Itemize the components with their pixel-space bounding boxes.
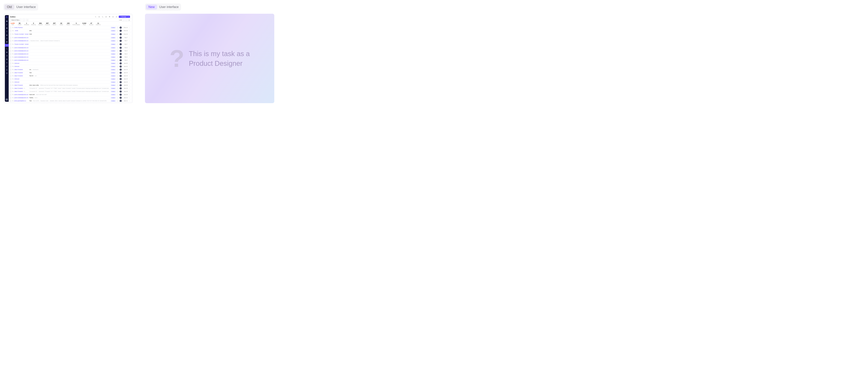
step-indicator-icon[interactable]: ○: [117, 27, 119, 28]
step-indicator-icon[interactable]: ○: [117, 30, 119, 32]
owner-avatar[interactable]: JK: [120, 65, 122, 67]
recipient[interactable]: Dmitry Ryzhkov: [14, 27, 23, 28]
owner-avatar[interactable]: JK: [120, 94, 122, 96]
row-menu-icon[interactable]: ⋮: [129, 30, 130, 31]
row-checkbox[interactable]: [10, 43, 11, 45]
stat-item[interactable]: 0Positive Replies: [72, 22, 80, 25]
step-indicator-icon[interactable]: ○: [117, 97, 119, 99]
row-checkbox[interactable]: [10, 72, 11, 73]
row-menu-icon[interactable]: ⋮: [129, 40, 130, 41]
table-row[interactable]: To:pavel.smejkal@gmail.com+ 1Drafted○JKF…: [9, 46, 131, 49]
owner-avatar[interactable]: JK: [120, 50, 122, 52]
owner-avatar[interactable]: JK: [120, 47, 122, 49]
row-checkbox[interactable]: [10, 78, 11, 80]
owner-avatar[interactable]: JK: [120, 100, 122, 102]
stat-item[interactable]: 11Opted Out: [96, 22, 101, 25]
owner-avatar[interactable]: JK: [120, 37, 122, 39]
row-checkbox[interactable]: [10, 63, 11, 64]
table-row[interactable]: To:pavel.smejkal@gmail.comtrack both- tr…: [9, 93, 131, 96]
row-menu-icon[interactable]: ⋮: [129, 69, 130, 70]
row-menu-icon[interactable]: ⋮: [129, 88, 130, 89]
nav-inbox-icon[interactable]: [5, 40, 9, 43]
nav-dollar-icon[interactable]: [5, 30, 9, 33]
export-icon[interactable]: ⇲: [128, 19, 130, 21]
stat-item[interactable]: 55Drafted: [17, 22, 22, 25]
table-row[interactable]: To:Dmitry RyzhkovDrafted○JKFeb 14⋮: [9, 26, 131, 29]
recipient[interactable]: pavel.smejkal@gmail.com: [14, 60, 28, 61]
step-indicator-icon[interactable]: ○: [117, 100, 119, 102]
stat-item[interactable]: 3,342Failed: [82, 22, 87, 25]
owner-avatar[interactable]: JK: [120, 62, 122, 64]
row-checkbox[interactable]: [10, 66, 11, 67]
row-menu-icon[interactable]: ⋮: [129, 56, 130, 58]
table-row[interactable]: To:Jakub Tomanek+ 1{"prospects":[{"__typ…: [9, 90, 131, 93]
table-row[interactable]: To:pavel.smejkal@gmail.com+ 1Drafted○JKF…: [9, 56, 131, 59]
row-checkbox[interactable]: [10, 33, 11, 35]
step-indicator-icon[interactable]: ○: [117, 59, 119, 61]
nav-calendar-icon[interactable]: [5, 33, 9, 36]
table-row[interactable]: To:UnknownDrafted○JKJan 22⋮: [9, 65, 131, 68]
help-icon[interactable]: [98, 16, 100, 18]
recipient[interactable]: Jakub Tomanek: [14, 69, 23, 70]
stat-item[interactable]: 4,429Total: [10, 22, 15, 25]
row-menu-icon[interactable]: ⋮: [129, 81, 130, 83]
row-checkbox[interactable]: [10, 37, 11, 38]
row-checkbox[interactable]: [10, 47, 11, 49]
owner-avatar[interactable]: JK: [120, 43, 122, 45]
recipient[interactable]: Unknown: [14, 82, 19, 83]
row-checkbox[interactable]: [10, 85, 11, 86]
row-menu-icon[interactable]: ⋮: [129, 75, 130, 77]
table-row[interactable]: To:pavel.smejkal@gmail.com+ 1Drafted○JKF…: [9, 49, 131, 53]
stat-item[interactable]: 0Delivering: [31, 22, 36, 25]
mail-icon[interactable]: [105, 16, 107, 18]
table-row[interactable]: To:UnknownDrafted○JKJan 22⋮: [9, 62, 131, 65]
row-menu-icon[interactable]: ⋮: [129, 27, 130, 28]
row-menu-icon[interactable]: ⋮: [129, 37, 130, 38]
recipient[interactable]: Unknown: [14, 66, 19, 67]
row-menu-icon[interactable]: ⋮: [129, 47, 130, 49]
recipient[interactable]: Jakub Tomanek: [14, 91, 23, 92]
row-checkbox[interactable]: [10, 60, 11, 61]
table-row[interactable]: To:"Dmytro Korlotian" <dmytro.korlotian@…: [9, 32, 131, 36]
stat-item[interactable]: 297Opened: [52, 22, 57, 25]
row-menu-icon[interactable]: ⋮: [129, 59, 130, 61]
owner-avatar[interactable]: JK: [120, 90, 122, 93]
nav-grid-icon[interactable]: [5, 72, 9, 74]
recipient[interactable]: Unknown: [14, 63, 19, 64]
step-indicator-icon[interactable]: ○: [117, 78, 119, 80]
chevron-down-icon[interactable]: ▾: [127, 16, 129, 18]
recipient[interactable]: Jakub Tomanek: [14, 75, 23, 77]
owner-avatar[interactable]: JK: [120, 59, 122, 61]
owner-avatar[interactable]: JK: [120, 40, 122, 42]
nav-chart-icon[interactable]: [5, 65, 9, 67]
recipient[interactable]: pavel.smejkal@gmail.com: [14, 40, 28, 41]
app-logo-icon[interactable]: [5, 16, 8, 18]
row-checkbox[interactable]: [10, 40, 11, 41]
table-row[interactable]: To:pavel.smejkal@gmail.comDrafted○JKFeb …: [9, 36, 131, 39]
owner-avatar[interactable]: JK: [120, 78, 122, 80]
step-indicator-icon[interactable]: ○: [117, 40, 119, 42]
table-row[interactable]: To:pavel.smejkal@gmail.com+ 1Drafted○JKF…: [9, 59, 131, 62]
owner-avatar[interactable]: JK: [120, 87, 122, 89]
step-indicator-icon[interactable]: ○: [117, 88, 119, 89]
filter-dropdown-button[interactable]: ▾: [26, 19, 28, 21]
table-row[interactable]: To:"Dmytro Korlotian" <dmytro.korlotian@…: [9, 42, 131, 46]
table-row[interactable]: To:pavel.smejkal@gmail.com+ 1Drafted○JKF…: [9, 53, 131, 56]
recipient[interactable]: pavel.smejkal@gmail.com: [14, 50, 28, 52]
row-menu-icon[interactable]: ⋮: [129, 91, 130, 92]
row-menu-icon[interactable]: ⋮: [129, 53, 130, 55]
owner-avatar[interactable]: JK: [120, 84, 122, 86]
table-row[interactable]: To:Jakub Tomanekxxx- dsadasadsDrafted○JK…: [9, 68, 131, 71]
recipient[interactable]: Unknown: [14, 78, 19, 80]
row-menu-icon[interactable]: ⋮: [129, 94, 130, 95]
row-menu-icon[interactable]: ⋮: [129, 78, 130, 80]
add-filter-button[interactable]: +: [23, 19, 25, 21]
stat-item[interactable]: 62Clicked: [59, 22, 64, 25]
stat-item[interactable]: 687Unopened: [45, 22, 50, 25]
nav-outbox-icon[interactable]: [5, 44, 9, 47]
row-checkbox[interactable]: [10, 91, 11, 92]
stat-item[interactable]: 1Scheduled: [24, 22, 29, 25]
table-row[interactable]: To:pavel.smejkal@gmail.com+ 3Testing- Bu…: [9, 96, 131, 99]
row-checkbox[interactable]: [10, 97, 11, 98]
recipient[interactable]: pavel.smejkal@gmail.com: [14, 56, 28, 58]
